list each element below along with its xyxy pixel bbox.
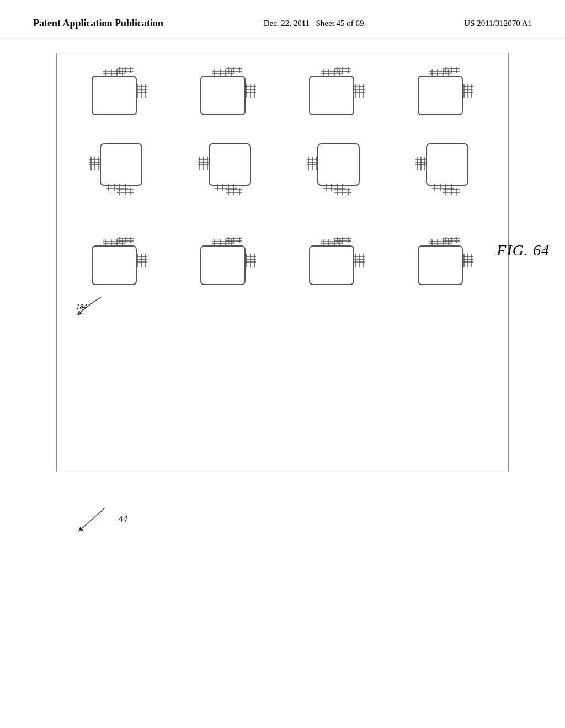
svg-rect-78 <box>100 144 142 185</box>
icon-cell-3-2 <box>195 237 262 295</box>
icon-cell-2-4 <box>413 138 479 201</box>
svg-rect-209 <box>418 246 462 285</box>
svg-rect-114 <box>318 144 359 185</box>
row-2 <box>57 130 508 207</box>
svg-rect-11 <box>92 76 136 115</box>
figure-box: FIG. 64 <box>56 53 509 472</box>
row-1 <box>57 53 508 130</box>
ref-44-container: 44 <box>72 505 532 533</box>
page-header: Patent Application Publication Dec. 22, … <box>0 0 565 36</box>
icon-cell-3-4 <box>413 237 479 295</box>
ref-44-label: 44 <box>119 514 127 524</box>
icon-cell-2-2 <box>195 138 262 201</box>
publication-number: US 2011/312070 A1 <box>464 17 532 30</box>
svg-rect-65 <box>418 76 462 115</box>
icon-cell-2-1 <box>87 138 153 201</box>
svg-rect-47 <box>310 76 354 115</box>
icon-cell-1-4 <box>413 67 479 125</box>
svg-rect-132 <box>427 144 468 185</box>
main-content: FIG. 64 <box>33 53 532 533</box>
row-3: 184 <box>57 229 508 300</box>
svg-rect-29 <box>201 76 245 115</box>
icon-cell-1-1 <box>87 67 153 125</box>
publication-date-sheet: Dec. 22, 2011 Sheet 45 of 69 <box>264 17 364 30</box>
svg-rect-96 <box>209 144 250 185</box>
icon-cell-2-3 <box>304 138 370 201</box>
icon-cell-1-3 <box>304 67 370 125</box>
publication-title: Patent Application Publication <box>33 17 163 30</box>
svg-rect-173 <box>201 246 245 285</box>
icon-cell-1-2 <box>195 67 262 125</box>
svg-rect-191 <box>310 246 354 285</box>
icon-cell-3-1 <box>87 237 153 295</box>
icon-cell-3-3 <box>304 237 370 295</box>
svg-rect-155 <box>92 246 136 285</box>
